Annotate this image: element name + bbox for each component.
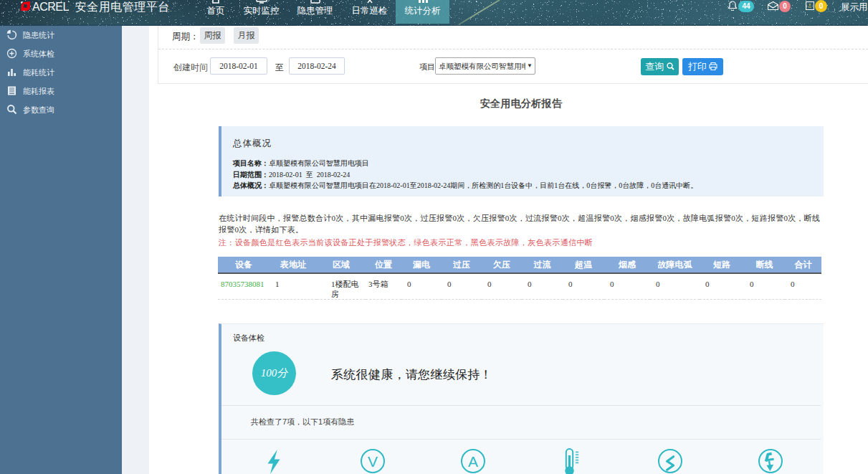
svg-text:V: V [368, 453, 378, 470]
svg-text:A: A [468, 453, 478, 470]
